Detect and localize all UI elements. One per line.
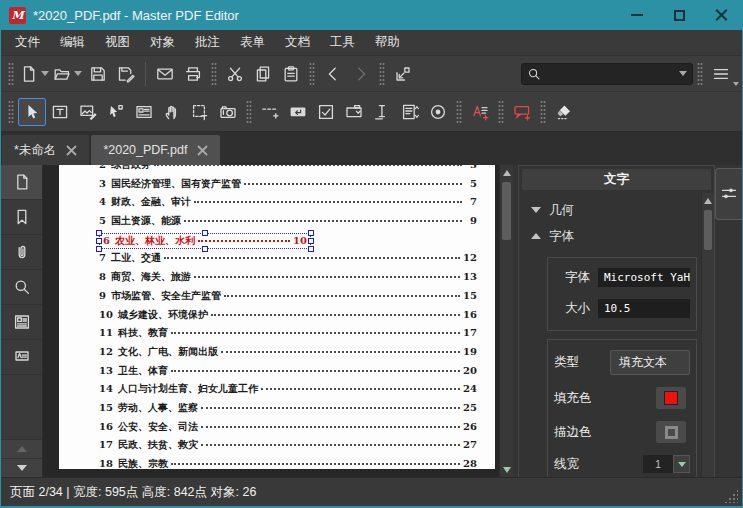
font-name-field[interactable]: Microsoft YaHei xyxy=(598,268,690,287)
selection-handle[interactable] xyxy=(96,238,102,244)
section-geometry[interactable]: 几何 xyxy=(527,197,695,223)
search-input[interactable] xyxy=(541,67,676,81)
toolbar-drag-handle[interactable] xyxy=(540,100,546,124)
sticky-note-tool-button[interactable] xyxy=(466,98,494,126)
properties-toggle-tab[interactable] xyxy=(715,168,742,220)
scroll-up-button[interactable] xyxy=(500,165,513,180)
sidebar-scroll-up-button[interactable] xyxy=(1,439,42,458)
panel-scrollbar-thumb[interactable] xyxy=(704,210,712,250)
tab-close-button[interactable] xyxy=(197,145,208,156)
close-button[interactable] xyxy=(700,0,742,30)
selection-handle[interactable] xyxy=(96,230,102,236)
send-email-button[interactable] xyxy=(151,60,179,88)
panel-scroll-up-button[interactable] xyxy=(702,193,714,208)
section-font[interactable]: 字体 xyxy=(527,223,695,249)
cut-button[interactable] xyxy=(221,60,249,88)
navigate-back-button[interactable] xyxy=(319,60,347,88)
toc-row[interactable]: 12文化、广电、新闻出版19 xyxy=(99,345,477,364)
menu-item[interactable]: 帮助 xyxy=(365,30,410,55)
menu-item[interactable]: 编辑 xyxy=(50,30,95,55)
edit-text-tool-button[interactable] xyxy=(46,98,74,126)
fit-view-button[interactable] xyxy=(389,60,417,88)
toc-row[interactable]: 2综合政务3 xyxy=(99,165,477,177)
fill-color-button[interactable] xyxy=(656,387,686,409)
combobox-field-tool-button[interactable] xyxy=(340,98,368,126)
sidebar-scroll-down-button[interactable] xyxy=(1,458,42,477)
toc-row[interactable]: 18民族、宗教28 xyxy=(99,457,477,469)
selection-handle[interactable] xyxy=(202,246,208,252)
snapshot-tool-button[interactable] xyxy=(214,98,242,126)
text-type-dropdown[interactable]: 填充文本 xyxy=(610,350,690,375)
menu-item[interactable]: 文件 xyxy=(5,30,50,55)
toolbar-drag-handle[interactable] xyxy=(456,100,462,124)
toc-row[interactable]: 16公安、安全、司法26 xyxy=(99,420,477,439)
paste-button[interactable] xyxy=(277,60,305,88)
toc-row[interactable]: 5国土资源、能源9 xyxy=(99,214,477,233)
select-tool-button[interactable] xyxy=(18,98,46,126)
toolbar-drag-handle[interactable] xyxy=(8,100,14,124)
toc-row[interactable]: 4财政、金融、审计7 xyxy=(99,195,477,214)
line-width-value[interactable]: 1 xyxy=(643,455,673,473)
toc-row[interactable]: 3国民经济管理、国有资产监管5 xyxy=(99,177,477,196)
selection-handle[interactable] xyxy=(96,246,102,252)
document-tab[interactable]: *2020_PDF.pdf xyxy=(91,135,220,165)
toc-row[interactable]: 14人口与计划生育、妇女儿童工作24 xyxy=(99,382,477,401)
edit-image-tool-button[interactable] xyxy=(74,98,102,126)
toc-row[interactable]: 7工业、交通12 xyxy=(99,251,477,270)
button-field-tool-button[interactable] xyxy=(284,98,312,126)
toc-row[interactable]: 13卫生、体育20 xyxy=(99,364,477,383)
listbox-field-tool-button[interactable] xyxy=(396,98,424,126)
toc-row[interactable]: 9市场监管、安全生产监管15 xyxy=(99,289,477,308)
menu-item[interactable]: 文档 xyxy=(275,30,320,55)
selection-handle[interactable] xyxy=(308,238,314,244)
scrollbar-thumb[interactable] xyxy=(502,182,511,240)
search-box[interactable] xyxy=(521,63,693,85)
toc-row[interactable]: 8商贸、海关、旅游13 xyxy=(99,270,477,289)
toc-row[interactable]: 6农业、林业、水利10 xyxy=(99,233,477,252)
minimize-button[interactable] xyxy=(616,0,658,30)
highlight-tool-button[interactable] xyxy=(550,98,578,126)
main-menu-button[interactable] xyxy=(707,60,735,88)
toc-row[interactable]: 17民政、扶贫、救灾27 xyxy=(99,438,477,457)
select-text-area-tool-button[interactable] xyxy=(186,98,214,126)
toolbar-drag-handle[interactable] xyxy=(309,62,315,86)
selection-handle[interactable] xyxy=(202,230,208,236)
pages-panel-button[interactable] xyxy=(1,165,42,200)
menu-item[interactable]: 视图 xyxy=(95,30,140,55)
toolbar-drag-handle[interactable] xyxy=(379,62,385,86)
link-tool-button[interactable] xyxy=(256,98,284,126)
document-scrollbar[interactable] xyxy=(499,165,513,477)
menu-item[interactable]: 表单 xyxy=(230,30,275,55)
scroll-down-button[interactable] xyxy=(500,462,513,477)
toolbar-drag-handle[interactable] xyxy=(246,100,252,124)
tab-close-button[interactable] xyxy=(66,145,77,156)
edit-path-tool-button[interactable] xyxy=(102,98,130,126)
bookmarks-panel-button[interactable] xyxy=(1,200,42,235)
print-button[interactable] xyxy=(179,60,207,88)
selected-text-object[interactable]: 6农业、林业、水利10 xyxy=(99,233,311,249)
toolbar-drag-handle[interactable] xyxy=(211,62,217,86)
resize-grip[interactable] xyxy=(724,489,738,503)
search-panel-button[interactable] xyxy=(1,270,42,305)
maximize-button[interactable] xyxy=(658,0,700,30)
toc-row[interactable]: 10城乡建设、环境保护16 xyxy=(99,308,477,327)
save-button[interactable] xyxy=(84,60,112,88)
radio-field-tool-button[interactable] xyxy=(424,98,452,126)
signatures-panel-button[interactable] xyxy=(1,340,42,375)
panel-scrollbar[interactable] xyxy=(701,193,714,477)
checkbox-field-tool-button[interactable] xyxy=(312,98,340,126)
menu-item[interactable]: 批注 xyxy=(185,30,230,55)
menu-item[interactable]: 工具 xyxy=(320,30,365,55)
new-document-button[interactable] xyxy=(18,60,51,88)
form-fields-panel-button[interactable] xyxy=(1,305,42,340)
font-size-field[interactable]: 10.5 xyxy=(598,299,690,318)
callout-tool-button[interactable] xyxy=(508,98,536,126)
toolbar-drag-handle[interactable] xyxy=(498,100,504,124)
selection-handle[interactable] xyxy=(308,246,314,252)
toolbar-drag-handle[interactable] xyxy=(8,62,14,86)
hand-tool-button[interactable] xyxy=(158,98,186,126)
edit-form-tool-button[interactable] xyxy=(130,98,158,126)
save-as-button[interactable] xyxy=(112,60,140,88)
copy-button[interactable] xyxy=(249,60,277,88)
line-width-dropdown-button[interactable] xyxy=(673,455,690,473)
